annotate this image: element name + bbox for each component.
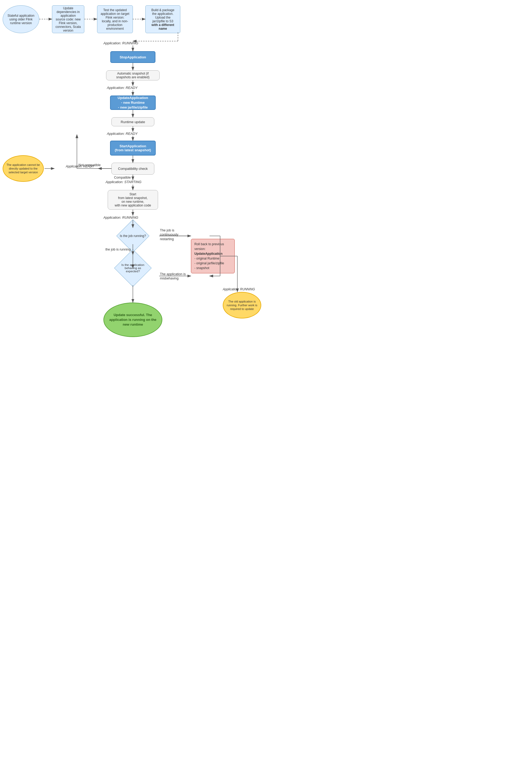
app-status-starting: Application: STARTING xyxy=(105,180,141,184)
update-application-node: UpdateApplication- new Runtime- new jarf… xyxy=(110,96,156,110)
app-status-running-1: Application: RUNNING xyxy=(103,41,138,45)
compatibility-check-node: Compatibility check xyxy=(111,163,154,175)
app-status-running-3: Application: RUNNING xyxy=(223,287,255,291)
start-application-node: StartApplication(from latest snapshot) xyxy=(110,140,156,155)
old-app-running-label: The old application is running. Further … xyxy=(223,300,261,311)
compatibility-check-label: Compatibility check xyxy=(118,167,148,171)
is-job-running-diamond: Is the job running? xyxy=(111,224,154,248)
update-deps-node: Update dependencies in application sourc… xyxy=(52,5,84,33)
app-status-ready-1: Application: READY xyxy=(107,86,138,90)
job-restarting-label: The job is continuously restarting xyxy=(160,228,190,241)
test-app-node: Test the updated application on target F… xyxy=(97,5,133,33)
job-running-label: the job is running xyxy=(101,248,135,251)
start-application-label: StartApplication(from latest snapshot) xyxy=(115,144,151,152)
update-deps-label: Update dependencies in application sourc… xyxy=(56,6,81,32)
build-package-node: Build & package the application. Upload … xyxy=(145,5,180,33)
auto-snapshot-node: Automatic snapshot (if snapshots are ena… xyxy=(106,70,160,80)
start-label: Startfrom latest snapshot,on new runtime… xyxy=(115,192,151,207)
old-app-running-node: The old application is running. Further … xyxy=(223,292,261,318)
rollback-node: Roll back to previous version:UpdateAppl… xyxy=(191,239,235,273)
stop-application-label: StopApplication xyxy=(120,55,146,59)
build-package-label: Build & package the application. Upload … xyxy=(149,8,177,30)
start-node: Startfrom latest snapshot,on new runtime… xyxy=(108,190,158,210)
app-status-ready-3: Application: READY xyxy=(66,165,94,168)
is-job-running-label: Is the job running? xyxy=(120,234,146,238)
is-app-behaving-label: Is the application behaving as expected? xyxy=(120,263,146,273)
update-successful-node: Update successful. The application is ru… xyxy=(103,302,162,337)
is-app-behaving-diamond: Is the application behaving as expected? xyxy=(109,255,157,281)
rollback-label: Roll back to previous version:UpdateAppl… xyxy=(194,242,231,270)
stateful-app-label: Stateful application using older Flink r… xyxy=(6,14,36,25)
test-app-label: Test the updated application on target F… xyxy=(100,8,130,30)
app-status-ready-2: Application: READY xyxy=(107,132,138,136)
auto-snapshot-label: Automatic snapshot (if snapshots are ena… xyxy=(109,72,156,79)
stateful-app-node: Stateful application using older Flink r… xyxy=(3,5,39,33)
cannot-update-node: The application cannot be directly updat… xyxy=(3,155,44,182)
stop-application-node: StopApplication xyxy=(110,51,155,63)
update-application-label: UpdateApplication- new Runtime- new jarf… xyxy=(118,96,148,109)
diagram-container: Stateful application using older Flink r… xyxy=(0,0,266,380)
cannot-update-label: The application cannot be directly updat… xyxy=(3,163,43,174)
app-status-running-2: Application: RUNNING xyxy=(103,216,138,220)
app-misbehaving-label: The application is misbehaving xyxy=(160,272,190,281)
runtime-update-node: Runtime update xyxy=(111,117,154,126)
compatible-label: Compatible xyxy=(114,176,135,180)
runtime-update-label: Runtime update xyxy=(121,120,145,124)
update-successful-label: Update successful. The application is ru… xyxy=(108,313,158,327)
